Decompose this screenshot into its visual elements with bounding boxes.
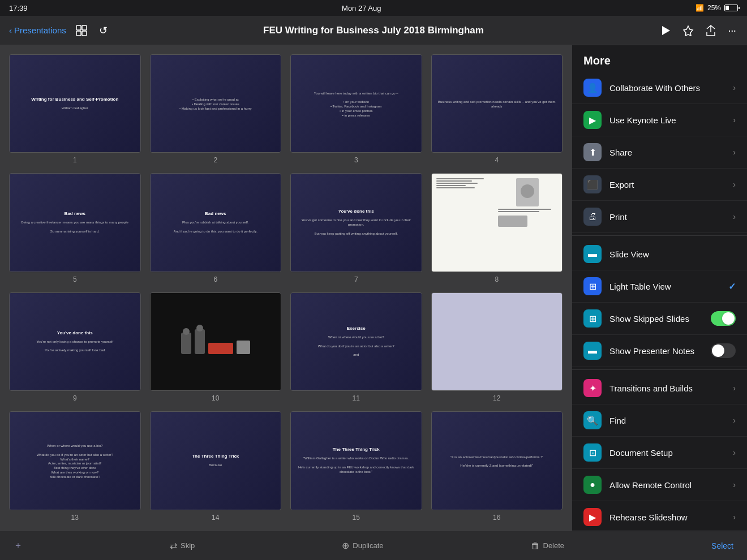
- menu-item-slide-view[interactable]: ▬Slide View: [572, 238, 747, 270]
- share-label: Share: [609, 148, 733, 157]
- skip-button[interactable]: ⇄ Skip: [170, 540, 195, 551]
- slide-item: 8: [431, 173, 563, 283]
- slide-number: 9: [73, 394, 77, 402]
- light-table-icon: ⊞: [583, 277, 602, 295]
- battery-icon: [724, 5, 738, 11]
- undo-button[interactable]: ↺: [97, 22, 110, 39]
- show-notes-icon: ▬: [583, 342, 602, 360]
- slide-number: 6: [213, 275, 217, 283]
- slide-thumb-9[interactable]: You've done thisYou're not only losing a…: [9, 292, 141, 391]
- slide-thumb-10[interactable]: [150, 292, 282, 391]
- slide-thumb-5[interactable]: Bad newsBeing a creative freelancer mean…: [9, 173, 141, 272]
- transitions-icon: ✦: [583, 379, 602, 397]
- slide-item: The Three Thing Trick• Write in the thir…: [9, 531, 141, 531]
- slide-thumb-18[interactable]: The Three Thing RuleBecause The answer g…: [150, 531, 282, 531]
- menu-item-print[interactable]: 🖨Print›: [572, 201, 747, 233]
- slide-thumb-14[interactable]: The Three Thing TrickBecause: [150, 411, 282, 510]
- slide-number: 2: [213, 156, 217, 164]
- menu-item-transitions[interactable]: ✦Transitions and Builds›: [572, 372, 747, 404]
- status-time: 17:39: [9, 4, 28, 12]
- menu-item-show-notes[interactable]: ▬Show Presenter Notes: [572, 335, 747, 367]
- menu-item-keynote-live[interactable]: ▶Use Keynote Live›: [572, 104, 747, 136]
- show-skipped-label: Show Skipped Slides: [609, 314, 711, 324]
- square-icon: [75, 24, 88, 37]
- add-icon: ＋: [14, 540, 23, 552]
- show-notes-toggle[interactable]: [711, 343, 736, 358]
- slide-grid-container[interactable]: Writing for Business and Self-PromotionW…: [0, 45, 572, 531]
- slide-item: The Dreaded PhotoYou have to have one. S…: [290, 531, 422, 531]
- duplicate-icon: ⊕: [342, 540, 349, 551]
- slide-number: 10: [212, 394, 219, 402]
- square-view-button[interactable]: [73, 22, 90, 39]
- select-label: Select: [711, 541, 733, 550]
- slide-thumb-11[interactable]: ExerciseWhen or where would you use a bi…: [290, 292, 422, 391]
- export-chevron-icon: ›: [733, 180, 736, 189]
- show-skipped-toggle-knob: [722, 312, 735, 325]
- more-icon: ···: [728, 24, 736, 37]
- pin-button[interactable]: [680, 23, 696, 38]
- slide-item: Writing for Business and Self-PromotionW…: [9, 54, 141, 164]
- trash-icon: 🗑: [531, 541, 540, 551]
- slide-thumb-8[interactable]: [431, 173, 563, 272]
- slide-thumb-7[interactable]: You've done thisYou've got someone to hi…: [290, 173, 422, 272]
- slide-thumb-1[interactable]: Writing for Business and Self-PromotionW…: [9, 54, 141, 153]
- menu-item-light-table[interactable]: ⊞Light Table View✓: [572, 270, 747, 303]
- share-icon: ⬆: [583, 143, 602, 161]
- doc-setup-label: Document Setup: [609, 448, 733, 458]
- menu-item-doc-setup[interactable]: ⊡Document Setup›: [572, 437, 747, 469]
- show-skipped-icon: ⊞: [583, 309, 602, 328]
- slide-thumb-15[interactable]: The Three Thing Trick"William Gallagher …: [290, 411, 422, 510]
- slide-number: 3: [354, 156, 358, 164]
- slide-number: 5: [73, 275, 77, 283]
- pin-icon: [682, 25, 694, 36]
- share-icon: [705, 25, 716, 36]
- slide-item: When or where would you use a bio? What …: [9, 411, 141, 521]
- doc-setup-chevron-icon: ›: [733, 448, 736, 457]
- slide-item: The BioNot having one is damaging Writin…: [431, 531, 563, 531]
- slide-thumb-17[interactable]: The Three Thing Trick• Write in the thir…: [9, 531, 141, 531]
- play-icon: [660, 25, 671, 36]
- slide-thumb-16[interactable]: "X is an actor/writer/musician/journalis…: [431, 411, 563, 510]
- toolbar-left: ‹ Presentations ↺: [9, 22, 122, 39]
- slide-view-icon: ▬: [583, 245, 602, 263]
- find-icon: 🔍: [583, 411, 602, 429]
- slide-thumb-4[interactable]: Business writing and self-promotion need…: [431, 54, 563, 153]
- menu-item-collaborate[interactable]: 👤Collaborate With Others›: [572, 72, 747, 104]
- remote-chevron-icon: ›: [733, 480, 736, 489]
- show-skipped-toggle[interactable]: [711, 311, 736, 326]
- undo-icon: ↺: [99, 24, 108, 37]
- menu-item-share[interactable]: ⬆Share›: [572, 136, 747, 169]
- menu-item-show-skipped[interactable]: ⊞Show Skipped Slides: [572, 303, 747, 335]
- menu-item-remote[interactable]: ●Allow Remote Control›: [572, 469, 747, 501]
- slide-number: 7: [354, 275, 358, 283]
- slide-thumb-2[interactable]: • Exploiting what we're good at • Dealin…: [150, 54, 282, 153]
- slide-item: You've done thisYou're not only losing a…: [9, 292, 141, 402]
- transitions-chevron-icon: ›: [733, 384, 736, 393]
- share-toolbar-button[interactable]: [703, 23, 719, 38]
- slide-number: 12: [493, 394, 500, 402]
- more-toolbar-button[interactable]: ···: [725, 21, 738, 39]
- slide-view-label: Slide View: [609, 249, 736, 259]
- slide-thumb-6[interactable]: Bad newsPlus you're rubbish at talking a…: [150, 173, 282, 272]
- rehearse-icon: ▶: [583, 508, 602, 526]
- slide-thumb-12[interactable]: [431, 292, 563, 391]
- slide-thumb-19[interactable]: The Dreaded PhotoYou have to have one. S…: [290, 531, 422, 531]
- slide-thumb-13[interactable]: When or where would you use a bio? What …: [9, 411, 141, 510]
- menu-item-rehearse[interactable]: ▶Rehearse Slideshow›: [572, 501, 747, 531]
- slide-item: Business writing and self-promotion need…: [431, 54, 563, 164]
- doc-setup-icon: ⊡: [583, 443, 602, 462]
- play-button[interactable]: [658, 23, 673, 38]
- add-slide-button[interactable]: ＋: [14, 540, 23, 552]
- menu-item-find[interactable]: 🔍Find›: [572, 404, 747, 437]
- slide-thumb-3[interactable]: You will leave here today with a written…: [290, 54, 422, 153]
- skip-icon: ⇄: [170, 540, 177, 551]
- menu-divider: [572, 235, 747, 236]
- slide-thumb-20[interactable]: The BioNot having one is damaging Writin…: [431, 531, 563, 531]
- presentations-button[interactable]: ‹ Presentations: [9, 25, 66, 35]
- menu-item-export[interactable]: ⬛Export›: [572, 169, 747, 201]
- slide-number: 14: [212, 514, 219, 522]
- select-button[interactable]: Select: [711, 541, 733, 550]
- delete-button[interactable]: 🗑 Delete: [531, 541, 565, 551]
- duplicate-button[interactable]: ⊕ Duplicate: [342, 540, 383, 551]
- status-day: Mon 27 Aug: [342, 4, 381, 12]
